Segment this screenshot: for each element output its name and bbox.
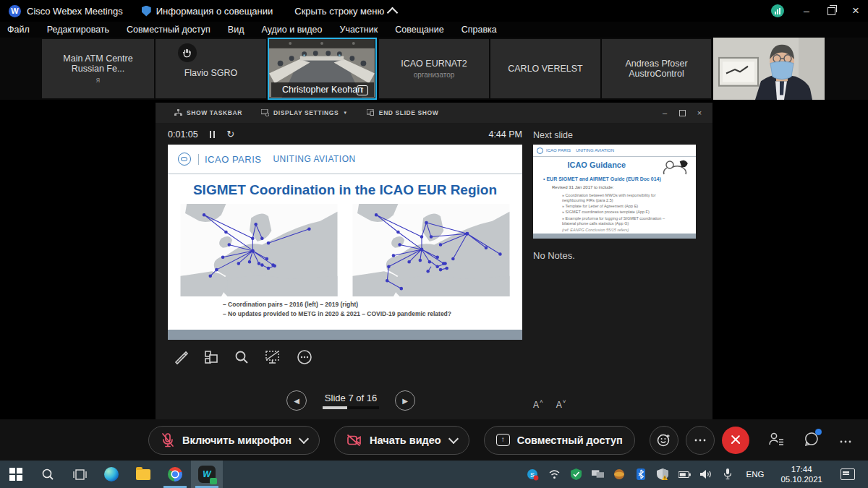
menu-edit[interactable]: Редактировать [47,25,109,35]
menu-help[interactable]: Справка [461,25,497,35]
participants-panel-button[interactable] [767,431,785,450]
next-slide-title: ICAO Guidance [533,160,660,169]
pwin-restore-button[interactable] [673,106,691,120]
meeting-info-button[interactable]: Информация о совещании [156,6,273,17]
edge-icon[interactable] [95,461,127,488]
volume-tray-icon[interactable] [700,468,712,481]
search-button[interactable] [32,461,64,488]
display-tray-icon[interactable] [592,468,604,481]
menu-share[interactable]: Совместный доступ [127,25,210,35]
participant-video[interactable] [713,38,825,100]
participant-tile[interactable]: ICAO EURNAT2 организатор [379,39,489,98]
menu-file[interactable]: Файл [7,25,30,35]
start-button[interactable] [0,461,32,488]
task-view-button[interactable] [64,461,95,488]
pwin-restore-icon [679,110,686,116]
next-slide-bullet: EUR SIGMET and AIRMET Guide (EUR Doc 014… [543,176,681,181]
participant-strip: Main ATM Centre Russian Fe... я Flavio S… [0,38,868,100]
antivirus-tray-icon[interactable] [570,468,582,481]
participant-name: Andreas Pfoser AustroControl [602,59,711,79]
chat-panel-button[interactable] [804,431,820,450]
display-icon [261,109,269,116]
language-indicator[interactable]: ENG [746,470,765,479]
hide-menu-button[interactable]: Скрыть строку меню [294,6,396,17]
thumb-brand: ICAO PARIS [546,148,571,153]
chevron-down-icon[interactable] [299,434,309,444]
unmute-button[interactable]: Включить микрофон [148,426,320,455]
share-content-button[interactable]: ↑ Совместный доступ [484,426,635,455]
participant-tile[interactable]: Flavio SGRO [156,39,266,98]
next-slide-thumbnail[interactable]: ICAO PARIS UNITING AVIATION ICAO Guidanc… [533,145,696,239]
active-speaker-video[interactable]: Christopher Keohan ↑ [268,38,377,100]
chevron-down-icon[interactable] [448,434,459,444]
more-tools-button[interactable] [296,348,313,366]
webex-logo-icon: W [9,5,21,17]
participant-name: Main ATM Centre Russian Fe... [42,53,154,74]
pwin-minimize-button[interactable]: – [656,106,673,120]
close-button[interactable]: × [843,1,868,20]
masked-man-video [713,38,825,100]
font-larger-button[interactable]: A˄ [533,400,543,410]
menu-view[interactable]: Вид [228,25,244,35]
icao-logo-icon [537,147,543,154]
app-tray-icon[interactable] [613,468,626,481]
skype-tray-icon[interactable]: S [527,468,539,481]
zoom-tool-button[interactable] [234,349,250,365]
end-slide-show-label: END SLIDE SHOW [379,109,439,116]
system-tray: S [527,464,862,485]
font-smaller-label: A [556,400,562,410]
coordination-maps [178,204,512,296]
webex-app-icon[interactable]: W [191,461,223,488]
show-taskbar-button[interactable]: SHOW TASKBAR [174,109,242,116]
battery-tray-icon[interactable] [678,468,691,481]
connection-quality-icon[interactable] [771,4,784,17]
more-panels-button[interactable] [839,434,852,447]
leave-meeting-button[interactable] [722,427,749,454]
previous-slide-button[interactable]: ◀ [286,390,307,411]
restart-timer-button[interactable]: ↻ [226,129,234,140]
next-slide-sub: Revised 31 Jan 2017 to include: [552,185,613,189]
taskbar-clock[interactable]: 17:44 05.10.2021 [780,464,822,485]
chrome-icon[interactable] [159,461,191,488]
reactions-button[interactable] [650,426,678,455]
presentation-clock: 4:44 PM [488,129,522,140]
bluetooth-tray-icon[interactable] [635,468,647,481]
menu-audio-video[interactable]: Аудио и видео [261,25,322,35]
black-screen-button[interactable] [264,349,281,365]
presentation-timer: 0:01:05 [168,129,198,140]
raised-hand-icon [178,43,197,62]
display-settings-button[interactable]: DISPLAY SETTINGS ▼ [261,109,348,116]
security-warning-tray-icon[interactable] [657,468,669,481]
pwin-close-button[interactable]: × [691,106,708,120]
pen-tool-button[interactable] [173,349,189,365]
file-explorer-icon[interactable] [127,461,159,488]
participant-tile[interactable]: Main ATM Centre Russian Fe... я [42,39,154,98]
slide-navigation: ◀ Slide 7 of 16 ▶ [156,390,546,411]
menu-meeting[interactable]: Совещание [395,25,444,35]
meeting-info-icon [142,6,151,17]
title-bar: W Cisco Webex Meetings Информация о сове… [0,0,868,22]
menu-participant[interactable]: Участник [339,25,378,35]
participant-tile[interactable]: CARLO VERELST [490,39,600,98]
font-smaller-button[interactable]: A˅ [556,400,566,410]
slide-tagline: UNITING AVIATION [273,154,355,164]
wifi-tray-icon[interactable] [548,468,561,481]
restore-button[interactable] [819,1,843,20]
next-slide-button[interactable]: ▶ [395,390,415,411]
show-taskbar-label: SHOW TASKBAR [187,109,242,116]
cartoon-doodle [661,158,690,176]
participant-name: ICAO EURNAT2 [396,59,471,69]
minimize-button[interactable]: – [794,1,819,20]
mic-muted-icon [161,432,175,448]
start-video-button[interactable]: Начать видео [334,426,469,455]
participant-tile[interactable]: Andreas Pfoser AustroControl [602,39,711,98]
meeting-controls-bar: Включить микрофон Начать видео ↑ Совмест… [0,419,868,461]
end-slide-show-button[interactable]: END SLIDE SHOW [367,109,439,116]
more-options-button[interactable] [686,426,715,455]
microphone-tray-icon[interactable] [722,468,734,481]
slide-panels-button[interactable] [203,349,219,365]
pause-timer-button[interactable] [210,131,216,138]
action-center-button[interactable] [841,468,855,480]
chevron-up-icon [387,7,399,18]
slide-progress-bar [323,406,379,409]
